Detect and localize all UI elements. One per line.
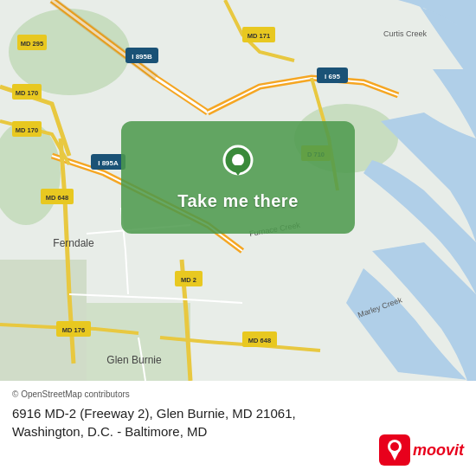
moovit-icon	[379, 434, 410, 466]
osm-text: © OpenStreetMap contributors	[12, 389, 130, 399]
svg-text:MD 170: MD 170	[16, 89, 38, 97]
moovit-logo: moovit	[379, 434, 464, 466]
svg-text:MD 648: MD 648	[46, 194, 68, 202]
svg-text:Glen Burnie: Glen Burnie	[106, 354, 162, 366]
address-line1: 6916 MD-2 (Freeway 2), Glen Burnie, MD 2…	[12, 406, 296, 421]
svg-text:MD 171: MD 171	[248, 32, 270, 40]
svg-text:MD 295: MD 295	[21, 40, 43, 48]
svg-text:Curtis Creek: Curtis Creek	[383, 29, 428, 38]
svg-point-40	[390, 442, 399, 451]
svg-point-36	[232, 154, 244, 166]
svg-text:MD 176: MD 176	[62, 326, 85, 334]
svg-text:MD 2: MD 2	[181, 276, 196, 284]
svg-text:Ferndale: Ferndale	[53, 237, 94, 249]
moovit-text: moovit	[413, 441, 464, 460]
svg-text:I 895A: I 895A	[98, 159, 119, 167]
address-line2: Washington, D.C. - Baltimore, MD	[12, 424, 207, 439]
bottom-bar: © OpenStreetMap contributors 6916 MD-2 (…	[0, 381, 476, 476]
svg-text:MD 648: MD 648	[248, 337, 271, 344]
take-me-there-button[interactable]: Take me there	[121, 121, 355, 234]
svg-text:I 895B: I 895B	[132, 53, 152, 61]
location-pin-icon	[222, 145, 254, 186]
svg-text:MD 170: MD 170	[16, 126, 38, 134]
address-display: 6916 MD-2 (Freeway 2), Glen Burnie, MD 2…	[12, 404, 296, 441]
svg-point-1	[9, 9, 130, 95]
svg-text:I 695: I 695	[325, 73, 340, 80]
take-me-there-label[interactable]: Take me there	[177, 191, 299, 211]
map-container: I 895B I 895A I 695 MD 295 MD 170 MD 170…	[0, 0, 476, 381]
osm-attribution: © OpenStreetMap contributors	[12, 389, 130, 399]
